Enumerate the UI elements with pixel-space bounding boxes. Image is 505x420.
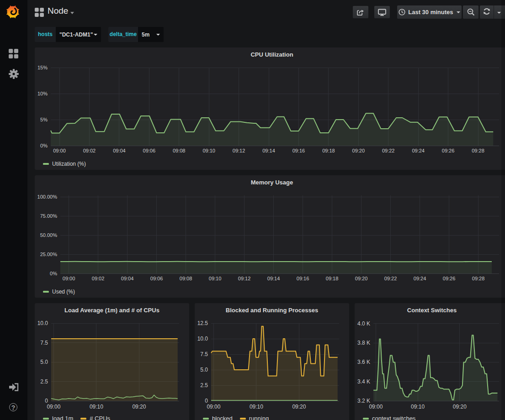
svg-text:10%: 10% [37, 91, 48, 96]
svg-text:09:04: 09:04 [121, 276, 134, 281]
svg-text:09:24: 09:24 [414, 276, 426, 281]
svg-text:09:26: 09:26 [443, 276, 456, 281]
svg-text:2.5: 2.5 [40, 378, 48, 385]
svg-text:09:12: 09:12 [233, 148, 245, 153]
svg-text:09:20: 09:20 [355, 276, 368, 281]
svg-text:09:02: 09:02 [83, 148, 96, 153]
svg-text:09:12: 09:12 [238, 276, 251, 281]
svg-text:100.00%: 100.00% [37, 194, 58, 200]
svg-text:09:10: 09:10 [209, 276, 222, 281]
svg-text:09:20: 09:20 [453, 404, 467, 410]
svg-text:09:00: 09:00 [47, 404, 60, 410]
svg-text:09:00: 09:00 [369, 404, 383, 410]
svg-text:7.5: 7.5 [40, 340, 48, 346]
svg-text:09:10: 09:10 [202, 148, 215, 153]
svg-text:09:16: 09:16 [297, 276, 309, 281]
svg-text:09:08: 09:08 [173, 148, 186, 153]
svg-text:09:00: 09:00 [207, 404, 220, 410]
svg-text:09:10: 09:10 [411, 404, 425, 410]
svg-text:09:28: 09:28 [472, 276, 485, 281]
svg-text:0: 0 [45, 398, 48, 404]
svg-text:09:20: 09:20 [132, 404, 146, 410]
svg-text:25.00%: 25.00% [40, 252, 58, 257]
svg-text:3.2 K: 3.2 K [357, 398, 370, 404]
svg-text:09:10: 09:10 [250, 404, 263, 410]
svg-text:5.0: 5.0 [40, 359, 48, 365]
svg-text:09:06: 09:06 [143, 148, 156, 153]
svg-text:09:14: 09:14 [267, 276, 280, 281]
svg-text:09:02: 09:02 [92, 276, 105, 281]
svg-text:09:18: 09:18 [326, 276, 339, 281]
svg-text:09:06: 09:06 [150, 276, 163, 281]
svg-text:09:22: 09:22 [384, 276, 397, 281]
svg-text:5.0: 5.0 [200, 367, 208, 373]
svg-text:75.00%: 75.00% [40, 213, 58, 219]
svg-text:0: 0 [205, 398, 208, 404]
svg-text:12.5: 12.5 [197, 320, 208, 326]
svg-text:09:00: 09:00 [53, 148, 66, 153]
svg-text:09:26: 09:26 [442, 148, 455, 153]
svg-text:09:20: 09:20 [352, 148, 365, 153]
svg-text:4.0 K: 4.0 K [357, 320, 370, 327]
svg-text:10.0: 10.0 [197, 336, 208, 342]
svg-text:10.0: 10.0 [37, 320, 48, 326]
svg-text:2.5: 2.5 [200, 382, 208, 388]
svg-text:0%: 0% [40, 143, 48, 148]
svg-text:09:22: 09:22 [382, 148, 395, 153]
svg-text:09:10: 09:10 [90, 404, 103, 410]
svg-text:3.4 K: 3.4 K [357, 378, 370, 385]
svg-text:15%: 15% [37, 65, 48, 70]
svg-text:09:04: 09:04 [113, 148, 126, 153]
svg-text:09:16: 09:16 [292, 148, 305, 153]
svg-text:09:14: 09:14 [262, 148, 275, 153]
svg-text:09:20: 09:20 [292, 404, 306, 410]
svg-text:0%: 0% [50, 271, 57, 276]
svg-text:3.6 K: 3.6 K [357, 359, 370, 365]
svg-text:5%: 5% [40, 117, 48, 122]
svg-text:3.8 K: 3.8 K [357, 340, 370, 346]
svg-text:09:00: 09:00 [63, 276, 75, 281]
svg-text:50.00%: 50.00% [40, 232, 58, 238]
svg-text:09:18: 09:18 [322, 148, 335, 153]
svg-text:09:08: 09:08 [180, 276, 192, 281]
svg-text:7.5: 7.5 [200, 351, 208, 357]
svg-text:09:28: 09:28 [472, 148, 484, 153]
svg-text:09:24: 09:24 [412, 148, 425, 153]
